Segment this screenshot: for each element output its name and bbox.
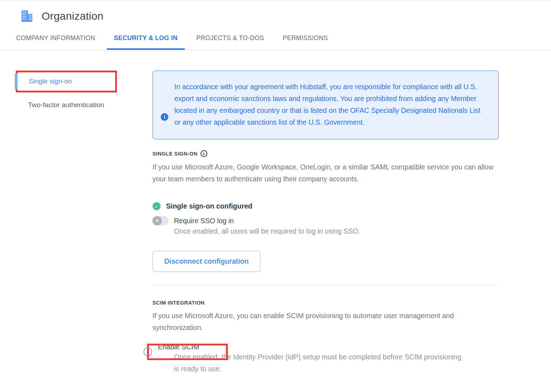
scim-section-heading: SCIM INTEGRATION [152,300,205,306]
sso-configured-label: Single sign-on configured [166,202,253,210]
require-sso-help: Once enabled, all users will be required… [174,225,499,237]
require-sso-label: Require SSO log in [174,217,234,225]
info-icon: i [161,113,168,121]
page-header: Organization [0,1,551,29]
require-sso-toggle-row: ✕ Require SSO log in [152,216,499,225]
info-outline-icon[interactable]: i [201,150,207,157]
tab-bar: COMPANY INFORMATION SECURITY & LOG IN PR… [0,29,551,50]
main-panel: i In accordance with your agreement with… [152,71,499,375]
settings-sidebar: Single sign-on Two-factor authentication [0,71,152,375]
sidebar-item-single-sign-on[interactable]: Single sign-on [29,77,72,85]
compliance-alert: i In accordance with your agreement with… [152,71,499,139]
annotation-box-single-sign-on: Single sign-on [16,71,117,92]
disconnect-configuration-button[interactable]: Disconnect configuration [152,251,260,272]
content-area: Single sign-on Two-factor authentication… [0,50,551,375]
tab-projects-todos[interactable]: PROJECTS & TO-DOS [189,29,271,50]
sso-status-row: ✓ Single sign-on configured [152,202,499,210]
building-icon [20,9,34,23]
page-title: Organization [42,10,104,22]
sso-section-description: If you use Microsoft Azure, Google Works… [152,161,495,185]
sso-section-heading: SINGLE SIGN-ON [152,151,198,157]
tab-permissions[interactable]: PERMISSIONS [276,29,335,50]
compliance-alert-text: In accordance with your agreement with H… [174,81,487,128]
enable-scim-label: Enable SCIM [158,343,199,351]
enable-scim-toggle-row: ✓ Enable SCIM [152,343,499,351]
toggle-off-x-icon: ✕ [152,216,162,225]
tab-company-information[interactable]: COMPANY INFORMATION [9,29,103,50]
sidebar-item-two-factor-wrap: Two-factor authentication [16,92,152,109]
sidebar-item-two-factor-authentication[interactable]: Two-factor authentication [28,101,104,109]
tab-security-login[interactable]: SECURITY & LOG IN [107,29,185,50]
scim-section-heading-row: SCIM INTEGRATION [152,300,499,306]
toggle-on-check-icon: ✓ [143,348,152,356]
section-divider [152,285,499,286]
check-circle-icon: ✓ [152,202,161,210]
sso-section-heading-row: SINGLE SIGN-ON i [152,150,499,157]
require-sso-toggle[interactable]: ✕ [152,216,169,225]
enable-scim-help: Once enabled, the Identity Provider (IdP… [174,351,466,375]
scim-section-description: If you use Microsoft Azure, you can enab… [152,310,495,334]
